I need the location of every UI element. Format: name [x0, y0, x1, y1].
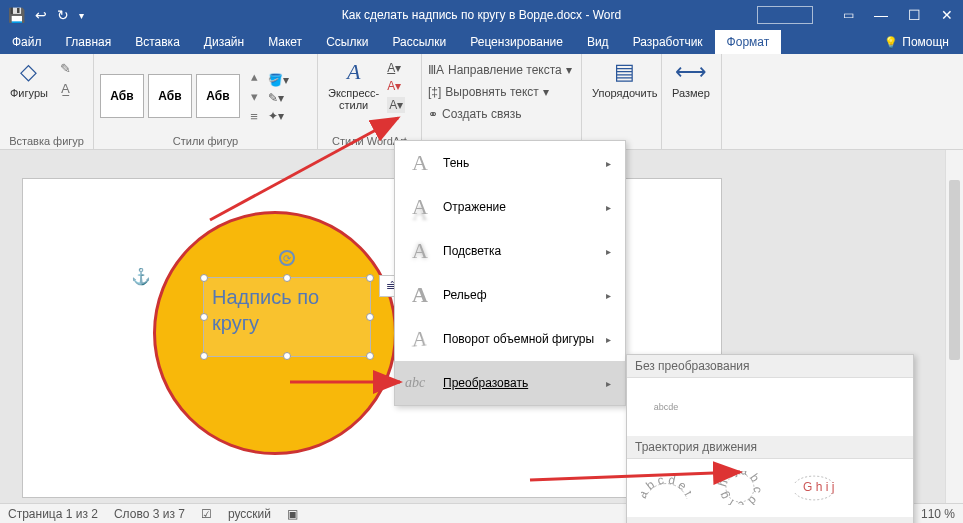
rotation-handle-icon[interactable]: ⟳	[279, 250, 295, 266]
ribbon: ◇ Фигуры ✎ A̲ Вставка фигур Абв Абв Абв …	[0, 54, 963, 150]
resize-handle[interactable]	[200, 352, 208, 360]
effect-transform[interactable]: abcПреобразовать▸	[395, 361, 625, 405]
tab-design[interactable]: Дизайн	[192, 30, 256, 54]
submenu-section-no-transform: Без преобразования	[627, 355, 913, 378]
text-effects-dropdown: AТень▸ AОтражение▸ AПодсветка▸ AРельеф▸ …	[394, 140, 626, 406]
quick-access-toolbar: 💾 ↩ ↻ ▾	[4, 7, 84, 23]
system-buttons: ▭ — ☐ ✕	[757, 6, 959, 24]
tell-me-help[interactable]: Помощн	[870, 30, 963, 54]
tab-layout[interactable]: Макет	[256, 30, 314, 54]
shape-style-3[interactable]: Абв	[196, 74, 240, 118]
text-box-icon[interactable]: A̲	[56, 79, 76, 97]
svg-text:a b c d e f g h i j k l m: a b c d e f g h i j k l m	[715, 471, 765, 505]
transform-submenu: Без преобразования abcde Траектория движ…	[626, 354, 914, 523]
zoom-percent[interactable]: 110 %	[921, 507, 955, 521]
window-title: Как сделать надпись по кругу в Ворде.doc…	[342, 8, 621, 22]
transform-arch-up[interactable]: a b c d e f	[639, 469, 693, 507]
quick-styles-icon: A	[347, 59, 360, 85]
shapes-icon: ◇	[20, 59, 37, 85]
tab-file[interactable]: Файл	[0, 30, 54, 54]
text-direction-button[interactable]: ⅢA Направление текста ▾	[428, 63, 572, 77]
resize-handle[interactable]	[200, 274, 208, 282]
shape-fill-icon[interactable]: 🪣▾	[268, 73, 289, 87]
shape-outline-icon[interactable]: ✎▾	[268, 91, 289, 105]
resize-handle[interactable]	[283, 352, 291, 360]
status-page[interactable]: Страница 1 из 2	[8, 507, 98, 521]
text-fill-icon[interactable]: A▾	[387, 61, 405, 75]
arrange-button[interactable]: ▤ Упорядочить	[586, 57, 663, 101]
resize-handle[interactable]	[200, 313, 208, 321]
align-text-button[interactable]: [‡] Выровнять текст ▾	[428, 85, 572, 99]
insert-shapes-button[interactable]: ◇ Фигуры	[4, 57, 54, 101]
tab-references[interactable]: Ссылки	[314, 30, 380, 54]
ribbon-options-icon[interactable]: ▭	[843, 8, 854, 22]
vertical-scrollbar[interactable]	[945, 150, 963, 503]
group-label-insert-shapes: Вставка фигур	[4, 135, 89, 149]
status-words[interactable]: Слово 3 из 7	[114, 507, 185, 521]
create-link-button[interactable]: ⚭ Создать связь	[428, 107, 572, 121]
minimize-icon[interactable]: —	[874, 7, 888, 23]
anchor-icon[interactable]: ⚓	[131, 267, 151, 286]
submenu-section-warp: Искривление	[627, 517, 913, 523]
shape-style-1[interactable]: Абв	[100, 74, 144, 118]
effect-glow[interactable]: AПодсветка▸	[395, 229, 625, 273]
svg-text:G h i j: G h i j	[803, 480, 834, 494]
text-box-content[interactable]: Надпись по кругу	[204, 278, 370, 342]
resize-handle[interactable]	[366, 313, 374, 321]
tab-view[interactable]: Вид	[575, 30, 621, 54]
close-icon[interactable]: ✕	[941, 7, 953, 23]
size-icon: ⟷	[675, 59, 707, 85]
text-outline-icon[interactable]: A▾	[387, 79, 405, 93]
group-label-shape-styles: Стили фигур	[98, 135, 313, 149]
arrange-icon: ▤	[614, 59, 635, 85]
effect-bevel[interactable]: AРельеф▸	[395, 273, 625, 317]
text-effects-icon[interactable]: A▾	[387, 97, 405, 113]
transform-button[interactable]: G h i j	[787, 469, 841, 507]
quick-styles-button[interactable]: A Экспресс- стили	[322, 57, 385, 113]
svg-text:a b c d e f: a b c d e f	[641, 473, 691, 501]
effect-shadow[interactable]: AТень▸	[395, 141, 625, 185]
status-macro-icon[interactable]: ▣	[287, 507, 298, 521]
shape-effects-icon[interactable]: ✦▾	[268, 109, 289, 123]
redo-icon[interactable]: ↻	[57, 7, 69, 23]
gallery-more-icon[interactable]: ≡	[244, 107, 264, 125]
transform-circle[interactable]: a b c d e f g h i j k l m	[713, 469, 767, 507]
transform-option-none[interactable]: abcde	[639, 388, 693, 426]
status-proofing-icon[interactable]: ☑	[201, 507, 212, 521]
qat-more-icon[interactable]: ▾	[79, 10, 84, 21]
status-language[interactable]: русский	[228, 507, 271, 521]
scroll-thumb[interactable]	[949, 180, 960, 360]
resize-handle[interactable]	[366, 274, 374, 282]
gallery-up-icon[interactable]: ▴	[244, 67, 264, 85]
edit-shape-icon[interactable]: ✎	[56, 59, 76, 77]
effect-reflection[interactable]: AОтражение▸	[395, 185, 625, 229]
submenu-section-follow-path: Траектория движения	[627, 436, 913, 459]
tab-format[interactable]: Формат	[715, 30, 782, 54]
tab-review[interactable]: Рецензирование	[458, 30, 575, 54]
resize-handle[interactable]	[366, 352, 374, 360]
size-button[interactable]: ⟷ Размер	[666, 57, 716, 101]
undo-icon[interactable]: ↩	[35, 7, 47, 23]
save-icon[interactable]: 💾	[8, 7, 25, 23]
tab-home[interactable]: Главная	[54, 30, 124, 54]
ribbon-tabs: Файл Главная Вставка Дизайн Макет Ссылки…	[0, 30, 963, 54]
tab-developer[interactable]: Разработчик	[621, 30, 715, 54]
effect-3d-rotation[interactable]: AПоворот объемной фигуры▸	[395, 317, 625, 361]
tab-insert[interactable]: Вставка	[123, 30, 192, 54]
title-bar: 💾 ↩ ↻ ▾ Как сделать надпись по кругу в В…	[0, 0, 963, 30]
shape-style-2[interactable]: Абв	[148, 74, 192, 118]
user-account-box[interactable]	[757, 6, 813, 24]
tab-mailings[interactable]: Рассылки	[380, 30, 458, 54]
gallery-down-icon[interactable]: ▾	[244, 87, 264, 105]
maximize-icon[interactable]: ☐	[908, 7, 921, 23]
text-box-shape[interactable]: ⟳ Надпись по кругу	[203, 277, 371, 357]
resize-handle[interactable]	[283, 274, 291, 282]
